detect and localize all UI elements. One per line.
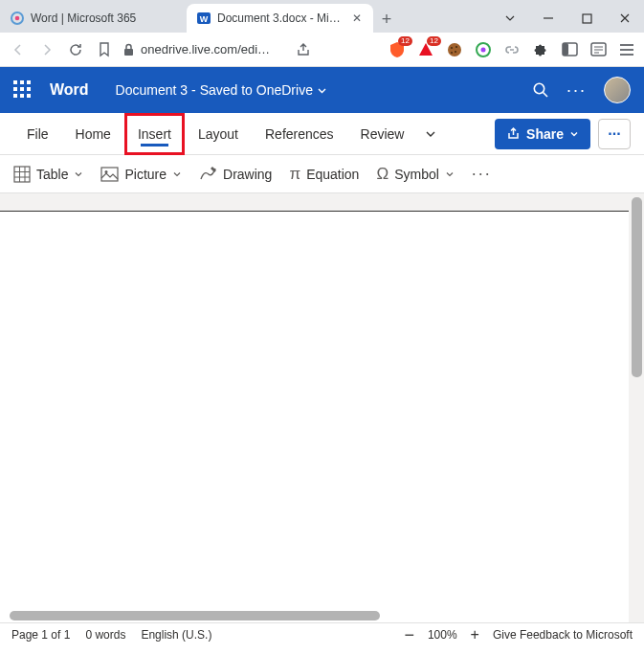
chevron-down-icon: [74, 169, 83, 179]
tab-word-365[interactable]: Word | Microsoft 365: [0, 4, 187, 33]
word-count[interactable]: 0 words: [85, 628, 125, 642]
tool-drawing[interactable]: Drawing: [199, 166, 272, 182]
svg-point-10: [455, 50, 456, 52]
chevron-down-icon: [445, 169, 455, 179]
tab-document[interactable]: W Document 3.docx - Micros ✕: [187, 4, 373, 33]
share-icon: [506, 126, 521, 141]
svg-point-11: [451, 52, 453, 54]
shield-ext-icon[interactable]: 12: [388, 40, 407, 59]
svg-point-9: [455, 45, 457, 47]
chevron-down-icon: [569, 129, 579, 139]
page[interactable]: [0, 211, 629, 622]
ribbon-more-button[interactable]: ···: [598, 119, 631, 149]
forward-button[interactable]: [36, 39, 57, 60]
lock-icon: [122, 43, 135, 56]
ribbon-tools: Table Picture Drawing π Equation Ω Symbo…: [0, 155, 644, 193]
share-url-icon[interactable]: [293, 39, 314, 60]
tab-title: Document 3.docx - Micros: [217, 11, 344, 25]
zoom-level[interactable]: 100%: [428, 628, 457, 642]
save-status: - Saved to OneDrive: [191, 82, 313, 98]
share-button[interactable]: Share: [495, 119, 590, 149]
document-canvas[interactable]: [0, 193, 644, 622]
page-count[interactable]: Page 1 of 1: [11, 628, 70, 642]
app-launcher-icon[interactable]: [13, 80, 33, 100]
share-label: Share: [526, 126, 564, 142]
zoom-in-button[interactable]: +: [471, 626, 479, 643]
tab-home[interactable]: Home: [62, 113, 124, 155]
badge: 12: [427, 36, 441, 46]
avatar[interactable]: [604, 77, 631, 103]
document-title[interactable]: Document 3 - Saved to OneDrive: [116, 82, 327, 98]
link-ext-icon[interactable]: [502, 40, 522, 59]
tab-review[interactable]: Review: [347, 113, 418, 155]
svg-point-13: [481, 47, 486, 52]
doc-name: Document 3: [116, 82, 188, 98]
tab-references[interactable]: References: [252, 113, 347, 155]
feedback-link[interactable]: Give Feedback to Microsoft: [493, 628, 633, 642]
panel-ext-icon[interactable]: [560, 40, 579, 59]
tool-symbol[interactable]: Ω Symbol: [376, 165, 454, 184]
vertical-scrollbar[interactable]: [632, 197, 642, 377]
back-button[interactable]: [8, 39, 29, 60]
tab-insert[interactable]: Insert: [124, 113, 185, 155]
close-button[interactable]: [606, 4, 644, 33]
svg-point-8: [451, 46, 453, 48]
word-icon: W: [196, 11, 211, 26]
equation-icon: π: [289, 165, 300, 184]
svg-line-24: [543, 93, 547, 98]
svg-rect-15: [563, 43, 568, 56]
tool-more[interactable]: ···: [472, 164, 492, 184]
reload-button[interactable]: [65, 39, 86, 60]
svg-text:W: W: [200, 14, 209, 24]
url-text: onedrive.live.com/edi…: [141, 42, 270, 56]
symbol-icon: Ω: [376, 165, 389, 184]
tab-file[interactable]: File: [13, 113, 62, 155]
svg-point-7: [448, 43, 461, 56]
badge: 12: [398, 36, 412, 46]
horizontal-scrollbar[interactable]: [10, 611, 627, 620]
green-ext-icon[interactable]: [474, 40, 493, 59]
window-controls: [491, 4, 644, 33]
bookmark-icon[interactable]: [94, 39, 115, 60]
tab-layout[interactable]: Layout: [185, 113, 252, 155]
cookie-ext-icon[interactable]: [445, 40, 464, 59]
drawing-icon: [199, 166, 217, 182]
maximize-button[interactable]: [567, 4, 606, 33]
zoom-out-button[interactable]: −: [404, 625, 414, 645]
table-icon: [13, 166, 31, 183]
chevron-down-icon: [172, 169, 182, 179]
status-bar: Page 1 of 1 0 words English (U.S.) − 100…: [0, 622, 644, 646]
app-brand: Word: [50, 81, 89, 99]
triangle-ext-icon[interactable]: 12: [416, 40, 435, 59]
address-bar[interactable]: onedrive.live.com/edi…: [122, 42, 285, 56]
minimize-button[interactable]: [529, 4, 567, 33]
svg-rect-25: [14, 167, 30, 182]
word-header: Word Document 3 - Saved to OneDrive ···: [0, 67, 644, 113]
extension-icons: 12 12: [388, 40, 636, 59]
svg-point-23: [534, 83, 544, 93]
picture-icon: [100, 167, 119, 182]
tool-table[interactable]: Table: [13, 166, 83, 183]
browser-titlebar: Word | Microsoft 365 W Document 3.docx -…: [0, 0, 644, 33]
puzzle-ext-icon[interactable]: [531, 40, 550, 59]
tab-overflow[interactable]: [417, 113, 444, 155]
close-icon[interactable]: ✕: [350, 11, 364, 25]
dropdown-icon[interactable]: [491, 4, 529, 33]
ribbon-tabs: File Home Insert Layout References Revie…: [0, 113, 644, 155]
new-tab-button[interactable]: +: [373, 6, 400, 33]
svg-rect-30: [101, 168, 118, 181]
svg-rect-6: [124, 49, 133, 56]
language[interactable]: English (U.S.): [141, 628, 211, 642]
tool-picture[interactable]: Picture: [100, 167, 182, 182]
office-icon: [10, 11, 25, 26]
more-icon[interactable]: ···: [566, 80, 587, 101]
browser-toolbar: onedrive.live.com/edi… 12 12: [0, 33, 644, 67]
svg-point-1: [15, 16, 20, 21]
menu-icon[interactable]: [617, 40, 636, 59]
chevron-down-icon: [317, 85, 327, 96]
tab-title: Word | Microsoft 365: [31, 11, 177, 25]
reader-ext-icon[interactable]: [588, 40, 608, 59]
svg-rect-5: [583, 14, 591, 23]
search-icon[interactable]: [532, 81, 549, 99]
tool-equation[interactable]: π Equation: [289, 165, 359, 184]
